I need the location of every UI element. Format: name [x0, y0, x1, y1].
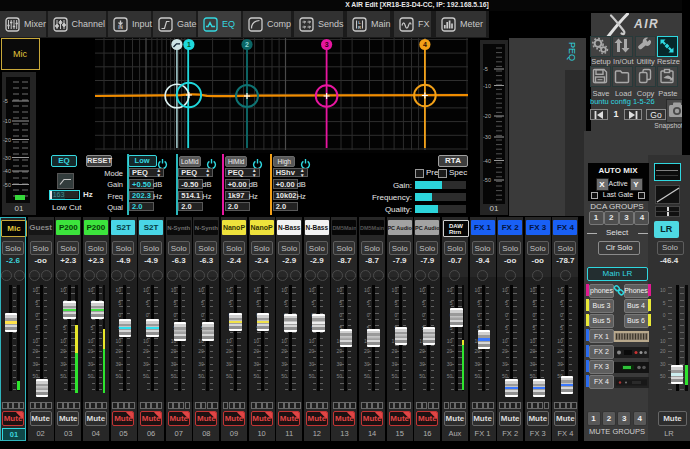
svg-text:-20: -20 [3, 137, 11, 143]
svg-text:R: R [358, 25, 361, 30]
svg-text:-40: -40 [3, 168, 11, 174]
svg-text:-10: -10 [483, 83, 491, 89]
svg-text:-50: -50 [3, 182, 11, 188]
svg-text:IN: IN [118, 25, 123, 30]
svg-text:AIR: AIR [633, 17, 659, 31]
svg-text:3: 3 [325, 41, 329, 48]
svg-text:2: 2 [245, 41, 249, 48]
svg-text:4: 4 [423, 41, 427, 48]
svg-text:-40: -40 [483, 158, 491, 164]
svg-text:-5: -5 [483, 66, 488, 72]
svg-text:1: 1 [187, 41, 191, 48]
svg-text:-10: -10 [3, 118, 11, 124]
svg-text:-30: -30 [3, 155, 11, 161]
svg-text:-30: -30 [483, 134, 491, 140]
svg-text:-5: -5 [3, 98, 8, 104]
svg-text:-20: -20 [483, 113, 491, 119]
svg-text:-50: -50 [483, 177, 491, 183]
